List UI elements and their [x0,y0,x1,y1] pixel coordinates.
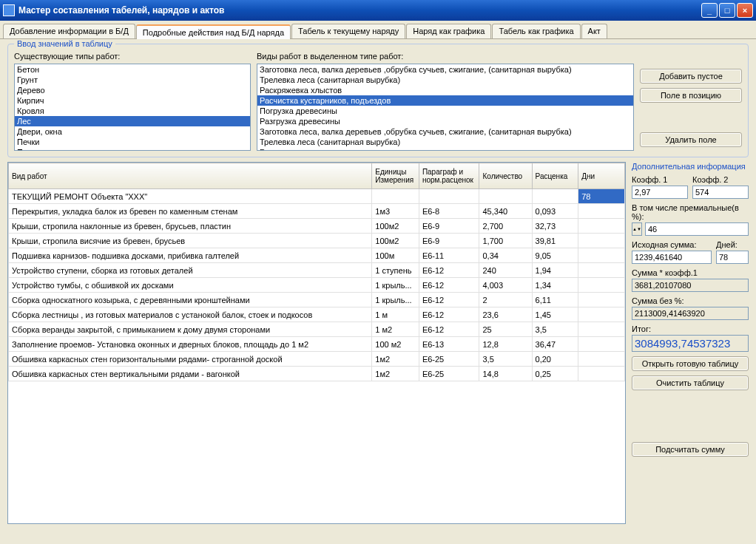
cell[interactable]: 9,05 [532,248,578,263]
cell[interactable]: Е6-11 [419,248,479,263]
cell[interactable] [578,307,625,322]
cell[interactable] [419,189,479,204]
col-header[interactable]: Количество [479,163,532,189]
cell[interactable]: 240 [479,263,532,278]
cell[interactable] [578,367,625,381]
cell[interactable]: 78 [578,189,625,204]
tab-1[interactable]: Подробные действия над Б/Д наряда [136,24,291,39]
cell[interactable]: Е6-8 [419,204,479,219]
cell[interactable] [578,322,625,337]
cell[interactable]: Крыши, стропила висячие из бревен, брусь… [9,234,372,248]
cell[interactable] [578,293,625,307]
cell[interactable]: Е6-12 [419,293,479,307]
cell[interactable]: 23,6 [479,307,532,322]
cell[interactable] [479,189,532,204]
cell[interactable]: 14,8 [479,367,532,381]
col-header[interactable]: Дни [578,163,625,189]
tab-4[interactable]: Табель как графика [492,24,580,38]
tab-0[interactable]: Добавление информации в Б/Д [3,24,135,38]
cell[interactable]: 3,5 [479,352,532,367]
table-row[interactable]: Перекрытия, укладка балок из бревен по к… [9,204,625,219]
field-to-position-button[interactable]: Поле в позицию [640,88,742,103]
cell[interactable]: 1 ступень [372,263,419,278]
cell[interactable] [578,352,625,367]
k2-input[interactable] [692,186,749,199]
list-item[interactable]: Разгрузка древесины [257,116,633,126]
list-item[interactable]: Заготовка леса, валка деревьев ,обрубка … [257,126,633,137]
cell[interactable]: 39,81 [532,234,578,248]
cell[interactable] [578,204,625,219]
cell[interactable]: 1,700 [479,234,532,248]
list-item[interactable]: Раскряжевка хлыстов [257,147,633,151]
cell[interactable]: 1м2 [372,352,419,367]
list-item[interactable]: Покраска [15,147,250,151]
cell[interactable]: 1,34 [532,278,578,293]
src-sum-input[interactable] [632,251,712,264]
list-item[interactable]: Кирпич [15,95,250,106]
table-row[interactable]: Устройство тумбы, с обшивкой их досками1… [9,278,625,293]
list-item[interactable]: Заготовка леса, валка деревьев ,обрубка … [257,64,633,75]
cell[interactable]: Е6-13 [419,337,479,352]
list-item[interactable]: Кровля [15,106,250,116]
open-table-button[interactable]: Открыть готовую таблицу [632,356,749,371]
list-item[interactable]: Трелевка леса (санитарная вырубка) [257,137,633,147]
list-item[interactable]: Двери, окна [15,126,250,137]
cell[interactable]: Е6-12 [419,263,479,278]
table-row[interactable]: ТЕКУЩИЙ РЕМОНТ Объекта "ХХХ"78 [9,189,625,204]
cell[interactable]: 0,20 [532,352,578,367]
cell[interactable]: 1 м [372,307,419,322]
cell[interactable]: Сборка лестницы , из готовых материалов … [9,307,372,322]
minimize-button[interactable]: _ [701,3,718,18]
cell[interactable]: 100м2 [372,234,419,248]
cell[interactable]: 2,700 [479,219,532,234]
k1-input[interactable] [632,186,688,199]
cell[interactable]: 0,093 [532,204,578,219]
cell[interactable]: 100 м2 [372,337,419,352]
col-header[interactable]: Расценка [532,163,578,189]
table-row[interactable]: Заполнение проемов- Установка оконных и … [9,337,625,352]
cell[interactable]: 1,45 [532,307,578,322]
tab-2[interactable]: Табель к текущему наряду [291,24,405,38]
table-row[interactable]: Сборка односкатного козырька, с деревянн… [9,293,625,307]
col-header[interactable]: Параграф и норм.расценок [419,163,479,189]
list-item[interactable]: Бетон [15,64,250,75]
delete-field-button[interactable]: Удалить поле [640,132,742,147]
cell[interactable]: 0,34 [479,248,532,263]
cell[interactable]: Подшивка карнизов- подшивка досками, при… [9,248,372,263]
cell[interactable]: 1 м2 [372,322,419,337]
days-input[interactable] [716,251,749,264]
cell[interactable]: Устройство ступени, сборка из готовых де… [9,263,372,278]
kinds-listbox[interactable]: Заготовка леса, валка деревьев ,обрубка … [257,64,634,151]
cell[interactable] [578,263,625,278]
cell[interactable]: 36,47 [532,337,578,352]
cell[interactable]: 4,003 [479,278,532,293]
cell[interactable]: Устройство тумбы, с обшивкой их досками [9,278,372,293]
types-listbox[interactable]: БетонГрунтДеревоКирпичКровляЛесДвери, ок… [14,64,251,151]
col-header[interactable]: Вид работ [9,163,372,189]
cell[interactable]: 45,340 [479,204,532,219]
cell[interactable] [578,219,625,234]
list-item[interactable]: Трелевка леса (санитарная вырубка) [257,75,633,85]
cell[interactable]: Сборка односкатного козырька, с деревянн… [9,293,372,307]
list-item[interactable]: Раскряжевка хлыстов [257,85,633,95]
cell[interactable]: Е6-9 [419,234,479,248]
cell[interactable]: 1 крыль... [372,293,419,307]
list-item[interactable]: Дерево [15,85,250,95]
cell[interactable]: 0,25 [532,367,578,381]
table-row[interactable]: Сборка лестницы , из готовых материалов … [9,307,625,322]
cell[interactable] [578,234,625,248]
col-header[interactable]: Единицы Измерения [372,163,419,189]
cell[interactable]: Е6-12 [419,278,479,293]
cell[interactable]: ТЕКУЩИЙ РЕМОНТ Объекта "ХХХ" [9,189,372,204]
cell[interactable] [532,189,578,204]
cell[interactable]: 1 крыль... [372,278,419,293]
calculate-button[interactable]: Подсчитать сумму [632,442,749,457]
list-item[interactable]: Лес [15,116,250,126]
cell[interactable] [578,278,625,293]
cell[interactable]: Обшивка каркасных стен вертикальными ряд… [9,367,372,381]
cell[interactable] [372,189,419,204]
list-item[interactable]: Расчистка кустарников, подъездов [257,95,633,106]
clear-table-button[interactable]: Очистить таблицу [632,375,749,390]
table-row[interactable]: Обшивка каркасных стен горизонтальными р… [9,352,625,367]
tab-5[interactable]: Акт [581,24,607,38]
